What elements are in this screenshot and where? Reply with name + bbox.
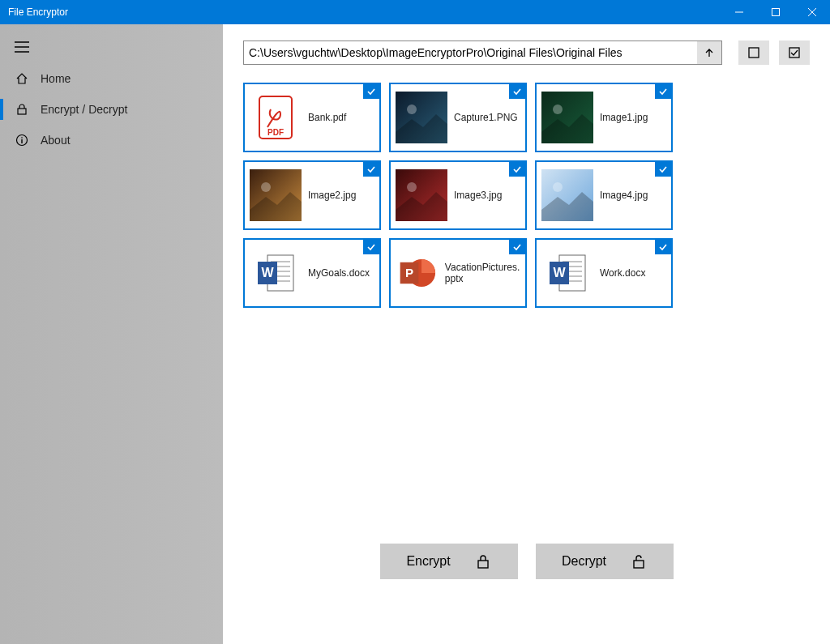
check-icon	[366, 87, 376, 96]
selected-check[interactable]	[655, 84, 671, 99]
check-icon	[658, 164, 668, 174]
file-thumbnail: W	[250, 247, 302, 299]
check-icon	[512, 164, 522, 174]
file-thumbnail: PDF	[250, 92, 302, 143]
file-name: Image1.jpg	[600, 112, 651, 123]
file-name: Work.docx	[600, 267, 648, 279]
svg-point-24	[553, 182, 563, 192]
sidebar-item-home[interactable]: Home	[0, 63, 223, 94]
sidebar-item-label: Home	[41, 72, 71, 85]
selected-check[interactable]	[655, 162, 671, 177]
file-grid: PDFBank.pdfCapture1.PNGImage1.jpgImage2.…	[243, 83, 810, 308]
file-thumbnail: W	[541, 247, 593, 299]
selected-check[interactable]	[363, 162, 379, 177]
check-icon	[658, 242, 668, 252]
file-name: Capture1.PNG	[454, 112, 521, 123]
selected-check[interactable]	[363, 240, 379, 254]
decrypt-label: Decrypt	[562, 554, 606, 569]
file-card[interactable]: Capture1.PNG	[389, 83, 527, 152]
minimize-button[interactable]	[721, 0, 757, 24]
title-bar: File Encryptor	[0, 0, 830, 24]
selected-check[interactable]	[509, 84, 525, 99]
file-card[interactable]: WMyGoals.docx	[243, 238, 381, 308]
deselect-all-button[interactable]	[738, 41, 769, 65]
svg-text:PDF: PDF	[267, 128, 284, 137]
svg-text:W: W	[553, 266, 566, 279]
info-icon	[15, 133, 29, 147]
svg-point-20	[261, 182, 271, 192]
hamburger-button[interactable]	[0, 31, 223, 63]
file-name: Image3.jpg	[454, 190, 505, 201]
empty-checkbox-icon	[748, 47, 759, 58]
encrypt-button[interactable]: Encrypt	[380, 544, 518, 579]
svg-point-22	[407, 182, 417, 192]
selected-check[interactable]	[363, 84, 379, 99]
file-name: Image2.jpg	[308, 190, 359, 201]
path-input[interactable]	[244, 41, 697, 64]
window-controls	[721, 0, 830, 24]
file-card[interactable]: WWork.docx	[535, 238, 673, 308]
svg-rect-1	[772, 9, 779, 16]
file-thumbnail	[396, 92, 447, 143]
top-bar	[243, 41, 810, 65]
svg-text:P: P	[405, 266, 413, 279]
svg-point-18	[553, 104, 563, 114]
sidebar-item-label: Encrypt / Decrypt	[41, 103, 127, 116]
arrow-up-icon	[704, 48, 714, 58]
file-name: VacationPictures.pptx	[445, 262, 525, 284]
file-card[interactable]: PDFBank.pdf	[243, 83, 381, 152]
selected-check[interactable]	[655, 240, 671, 254]
file-thumbnail	[396, 169, 447, 221]
path-box	[243, 41, 722, 65]
file-thumbnail: P	[396, 247, 439, 299]
window-title: File Encryptor	[8, 6, 68, 18]
file-card[interactable]: Image1.jpg	[535, 83, 673, 152]
file-card[interactable]: Image4.jpg	[535, 160, 673, 230]
lock-open-icon	[631, 553, 647, 569]
svg-point-9	[21, 137, 23, 139]
maximize-button[interactable]	[757, 0, 794, 24]
file-card[interactable]: PVacationPictures.pptx	[389, 238, 527, 308]
sidebar-item-encrypt-decrypt[interactable]: Encrypt / Decrypt	[0, 94, 223, 125]
file-thumbnail	[541, 92, 593, 143]
go-up-button[interactable]	[697, 41, 721, 64]
svg-rect-11	[749, 48, 759, 58]
lock-icon	[15, 102, 29, 117]
svg-rect-7	[18, 109, 26, 114]
check-icon	[658, 87, 668, 96]
selection-buttons	[738, 41, 810, 65]
file-name: Image4.jpg	[600, 190, 651, 201]
file-name: MyGoals.docx	[308, 267, 373, 279]
svg-text:W: W	[261, 266, 274, 279]
check-icon	[512, 242, 522, 252]
file-card[interactable]: Image2.jpg	[243, 160, 381, 230]
action-bar: Encrypt Decrypt	[243, 544, 810, 628]
close-button[interactable]	[794, 0, 830, 24]
check-icon	[366, 242, 376, 252]
svg-rect-12	[789, 48, 799, 58]
checked-checkbox-icon	[789, 47, 800, 58]
file-thumbnail	[541, 169, 593, 221]
sidebar-item-label: About	[41, 134, 71, 147]
check-icon	[512, 87, 522, 96]
file-name: Bank.pdf	[308, 112, 349, 123]
sidebar-item-about[interactable]: About	[0, 125, 223, 156]
decrypt-button[interactable]: Decrypt	[536, 544, 674, 579]
selected-check[interactable]	[509, 162, 525, 177]
encrypt-label: Encrypt	[406, 554, 450, 569]
svg-rect-44	[478, 561, 488, 568]
selected-check[interactable]	[509, 240, 525, 254]
check-icon	[366, 164, 376, 174]
file-thumbnail	[250, 169, 302, 221]
home-icon	[15, 71, 29, 86]
svg-point-16	[407, 104, 417, 114]
svg-rect-45	[634, 561, 644, 568]
sidebar: Home Encrypt / Decrypt About	[0, 24, 223, 644]
lock-closed-icon	[475, 553, 491, 569]
main-pane: PDFBank.pdfCapture1.PNGImage1.jpgImage2.…	[223, 24, 830, 644]
select-all-button[interactable]	[779, 41, 810, 65]
file-card[interactable]: Image3.jpg	[389, 160, 527, 230]
